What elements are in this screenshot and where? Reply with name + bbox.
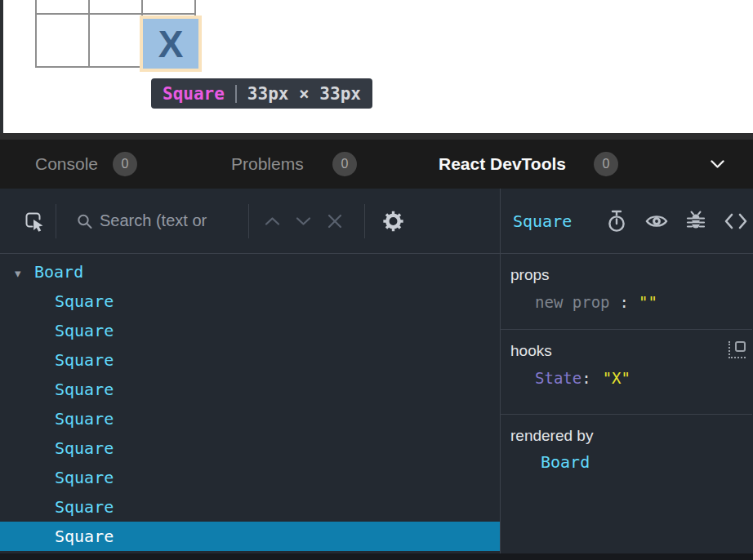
props-title: props (510, 266, 752, 284)
view-source-code-icon[interactable] (724, 212, 748, 230)
search-icon (76, 212, 93, 229)
tab-console-badge: 0 (113, 152, 137, 176)
clear-search-icon[interactable] (327, 214, 342, 229)
selected-component-name: Square (513, 211, 572, 231)
prop-colon: : (620, 293, 629, 311)
toolbar-divider (364, 204, 365, 238)
hook-value[interactable]: "X" (603, 369, 630, 387)
bug-icon[interactable] (686, 210, 706, 232)
chevron-down-icon[interactable] (711, 160, 724, 169)
tree-node-label: Square (55, 321, 114, 340)
tree-node-square-2[interactable]: Square (0, 316, 500, 345)
browser-page: X Square 33px × 33px (0, 0, 753, 133)
props-section: props new prop:"" (501, 254, 752, 330)
tree-node-square-4[interactable]: Square (0, 375, 500, 404)
window-left-edge (0, 0, 3, 133)
tree-node-square-3[interactable]: Square (0, 345, 500, 375)
state-hook-row[interactable]: State:"X" (510, 369, 752, 387)
search-input[interactable] (100, 189, 243, 253)
panel-divider-strip (0, 133, 753, 140)
tree-node-label: Square (55, 438, 114, 458)
tooltip-dimensions: 33px × 33px (247, 84, 361, 104)
inspect-highlight-overlay: X (140, 16, 202, 72)
hook-name: State (535, 369, 581, 387)
tree-node-label: Square (55, 380, 114, 399)
devtools-main: ▾Board SquareSquareSquareSquareSquareSqu… (0, 254, 753, 560)
board-cell[interactable] (37, 15, 88, 66)
hook-colon: : (581, 369, 590, 387)
board-cell[interactable] (37, 0, 88, 13)
toolbar-divider (248, 204, 249, 238)
tree-node-label: Square (55, 409, 114, 429)
tree-node-label: Square (55, 468, 114, 487)
tree-node-square-7[interactable]: Square (0, 463, 500, 492)
previous-match-icon[interactable] (265, 216, 280, 225)
tooltip-separator (235, 85, 237, 103)
tree-node-square-8[interactable]: Square (0, 492, 500, 522)
details-pane: props new prop:"" hooks State:"X" render… (501, 254, 752, 560)
highlighted-square-cell[interactable]: X (143, 19, 198, 69)
tab-problems-badge: 0 (332, 152, 357, 176)
tree-node-square-5[interactable]: Square (0, 404, 500, 433)
devtools-tabbar: Console 0 Problems 0 React DevTools 0 (0, 140, 753, 189)
devtools-toolbar: Square (0, 189, 753, 254)
board-cell[interactable] (90, 15, 141, 66)
toolbar-left (0, 189, 501, 253)
parse-hooks-icon[interactable] (728, 341, 746, 358)
component-tree-children: SquareSquareSquareSquareSquareSquareSqua… (0, 287, 500, 551)
tab-console[interactable]: Console (35, 140, 98, 189)
profiler-timer-icon[interactable] (606, 210, 627, 233)
board-cell[interactable] (143, 0, 194, 13)
board-cell[interactable] (90, 0, 141, 13)
hooks-title: hooks (510, 342, 752, 360)
tooltip-component-name: Square (163, 84, 225, 104)
tab-react-devtools-badge: 0 (594, 152, 618, 176)
next-match-icon[interactable] (296, 216, 311, 225)
tree-node-label: Square (55, 291, 114, 311)
window-bottom-edge (0, 553, 753, 560)
toolbar-divider (56, 204, 56, 238)
eye-icon[interactable] (645, 213, 668, 229)
tree-node-label: Board (34, 262, 83, 282)
rendered-by-title: rendered by (510, 427, 752, 445)
tree-node-label: Square (55, 497, 114, 517)
tree-node-square-9[interactable]: Square (0, 522, 500, 551)
expander-triangle-icon[interactable]: ▾ (15, 259, 28, 288)
new-prop-key-input[interactable]: new prop (535, 293, 610, 311)
tree-node-label: Square (55, 527, 114, 546)
new-prop-value-input[interactable]: "" (639, 293, 657, 311)
tab-react-devtools[interactable]: React DevTools (439, 140, 566, 189)
tree-node-board[interactable]: ▾Board (0, 257, 500, 287)
toolbar-right: Square (501, 189, 753, 253)
new-prop-row[interactable]: new prop:"" (510, 293, 752, 311)
hooks-section: hooks State:"X" (501, 330, 752, 415)
tree-node-square-1[interactable]: Square (0, 287, 500, 316)
rendered-by-link[interactable]: Board (510, 452, 752, 472)
tree-node-label: Square (55, 350, 114, 370)
rendered-by-section: rendered by Board (501, 415, 752, 553)
inspect-size-tooltip: Square 33px × 33px (151, 78, 372, 109)
settings-gear-icon[interactable] (382, 210, 404, 232)
devtools-window: X Square 33px × 33px Console 0 Problems … (0, 0, 753, 560)
inspect-element-icon[interactable] (23, 210, 46, 233)
tree-node-square-6[interactable]: Square (0, 433, 500, 463)
tab-problems[interactable]: Problems (231, 140, 304, 189)
component-tree: ▾Board SquareSquareSquareSquareSquareSqu… (0, 254, 501, 560)
